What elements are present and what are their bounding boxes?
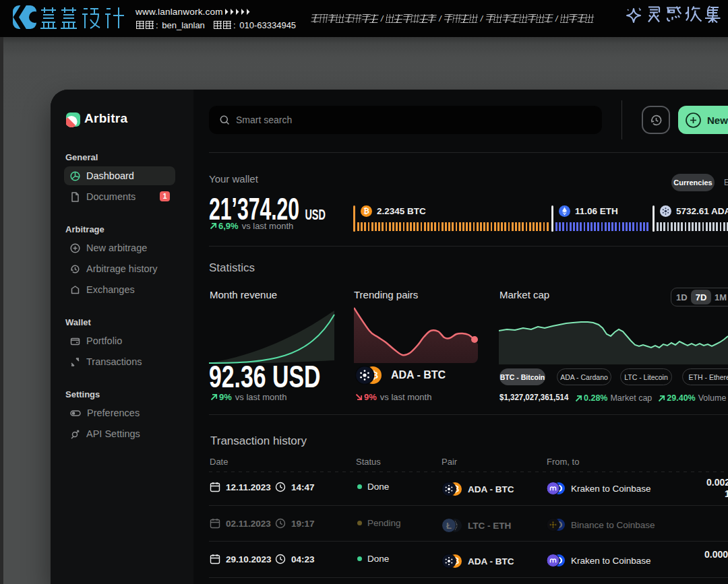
svg-text:₿: ₿ (363, 207, 369, 215)
svg-text:Ł: Ł (446, 521, 452, 531)
